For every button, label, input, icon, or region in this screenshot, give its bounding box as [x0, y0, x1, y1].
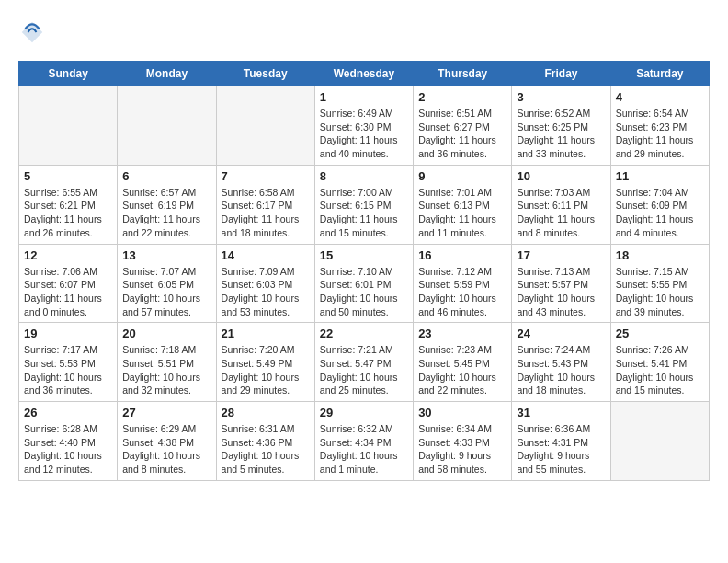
- day-cell: 26Sunrise: 6:28 AM Sunset: 4:40 PM Dayli…: [19, 402, 118, 481]
- day-info: Sunrise: 7:15 AM Sunset: 5:55 PM Dayligh…: [616, 265, 704, 319]
- days-header-row: SundayMondayTuesdayWednesdayThursdayFrid…: [19, 62, 710, 86]
- day-number: 25: [616, 327, 704, 340]
- day-info: Sunrise: 7:01 AM Sunset: 6:13 PM Dayligh…: [418, 186, 506, 240]
- day-info: Sunrise: 7:18 AM Sunset: 5:51 PM Dayligh…: [122, 343, 210, 397]
- day-number: 17: [517, 248, 605, 262]
- day-info: Sunrise: 7:21 AM Sunset: 5:47 PM Dayligh…: [320, 343, 408, 397]
- day-number: 1: [320, 90, 408, 104]
- day-number: 28: [222, 406, 310, 419]
- day-number: 15: [320, 248, 408, 262]
- day-number: 26: [24, 406, 112, 419]
- day-header-wednesday: Wednesday: [314, 62, 413, 86]
- day-cell: [19, 86, 118, 166]
- day-number: 2: [418, 90, 506, 104]
- day-info: Sunrise: 7:06 AM Sunset: 6:07 PM Dayligh…: [24, 265, 112, 319]
- day-cell: 18Sunrise: 7:15 AM Sunset: 5:55 PM Dayli…: [610, 244, 709, 323]
- week-row-2: 5Sunrise: 6:55 AM Sunset: 6:21 PM Daylig…: [19, 165, 710, 244]
- day-cell: 30Sunrise: 6:34 AM Sunset: 4:33 PM Dayli…: [414, 402, 512, 481]
- day-info: Sunrise: 7:20 AM Sunset: 5:49 PM Dayligh…: [222, 343, 310, 397]
- day-number: 30: [418, 406, 506, 419]
- day-cell: [118, 86, 216, 166]
- day-info: Sunrise: 7:04 AM Sunset: 6:09 PM Dayligh…: [616, 186, 704, 240]
- day-cell: 1Sunrise: 6:49 AM Sunset: 6:30 PM Daylig…: [314, 86, 413, 166]
- day-number: 11: [616, 169, 704, 183]
- day-info: Sunrise: 7:17 AM Sunset: 5:53 PM Dayligh…: [24, 343, 112, 397]
- day-info: Sunrise: 6:29 AM Sunset: 4:38 PM Dayligh…: [122, 422, 210, 477]
- day-number: 4: [616, 90, 704, 104]
- day-info: Sunrise: 6:36 AM Sunset: 4:31 PM Dayligh…: [517, 422, 605, 477]
- day-info: Sunrise: 6:55 AM Sunset: 6:21 PM Dayligh…: [24, 186, 112, 240]
- day-number: 7: [222, 169, 310, 183]
- day-number: 23: [418, 327, 506, 340]
- day-info: Sunrise: 7:13 AM Sunset: 5:57 PM Dayligh…: [517, 265, 605, 319]
- day-number: 8: [320, 169, 408, 183]
- day-cell: 13Sunrise: 7:07 AM Sunset: 6:05 PM Dayli…: [118, 244, 216, 323]
- day-cell: 10Sunrise: 7:03 AM Sunset: 6:11 PM Dayli…: [512, 165, 610, 244]
- week-row-5: 26Sunrise: 6:28 AM Sunset: 4:40 PM Dayli…: [19, 402, 710, 481]
- day-info: Sunrise: 6:49 AM Sunset: 6:30 PM Dayligh…: [320, 107, 408, 161]
- day-cell: 5Sunrise: 6:55 AM Sunset: 6:21 PM Daylig…: [19, 165, 118, 244]
- day-cell: 2Sunrise: 6:51 AM Sunset: 6:27 PM Daylig…: [414, 86, 512, 166]
- day-info: Sunrise: 6:54 AM Sunset: 6:23 PM Dayligh…: [616, 107, 704, 161]
- day-cell: 4Sunrise: 6:54 AM Sunset: 6:23 PM Daylig…: [610, 86, 709, 166]
- day-cell: 9Sunrise: 7:01 AM Sunset: 6:13 PM Daylig…: [414, 165, 512, 244]
- day-cell: 12Sunrise: 7:06 AM Sunset: 6:07 PM Dayli…: [19, 244, 118, 323]
- week-row-4: 19Sunrise: 7:17 AM Sunset: 5:53 PM Dayli…: [19, 323, 710, 402]
- week-row-1: 1Sunrise: 6:49 AM Sunset: 6:30 PM Daylig…: [19, 86, 710, 166]
- day-number: 10: [517, 169, 605, 183]
- day-number: 13: [122, 248, 210, 262]
- day-cell: 21Sunrise: 7:20 AM Sunset: 5:49 PM Dayli…: [216, 323, 314, 402]
- day-header-thursday: Thursday: [414, 62, 512, 86]
- day-number: 5: [24, 169, 112, 183]
- day-number: 9: [418, 169, 506, 183]
- day-info: Sunrise: 6:57 AM Sunset: 6:19 PM Dayligh…: [122, 186, 210, 240]
- day-number: 27: [122, 406, 210, 419]
- logo: [18, 18, 50, 46]
- day-cell: 24Sunrise: 7:24 AM Sunset: 5:43 PM Dayli…: [512, 323, 610, 402]
- day-number: 29: [320, 406, 408, 419]
- day-info: Sunrise: 7:00 AM Sunset: 6:15 PM Dayligh…: [320, 186, 408, 240]
- day-info: Sunrise: 6:34 AM Sunset: 4:33 PM Dayligh…: [418, 422, 506, 477]
- day-info: Sunrise: 7:09 AM Sunset: 6:03 PM Dayligh…: [222, 265, 310, 319]
- calendar-table: SundayMondayTuesdayWednesdayThursdayFrid…: [18, 61, 710, 481]
- day-cell: 6Sunrise: 6:57 AM Sunset: 6:19 PM Daylig…: [118, 165, 216, 244]
- day-info: Sunrise: 6:28 AM Sunset: 4:40 PM Dayligh…: [24, 422, 112, 477]
- day-cell: 3Sunrise: 6:52 AM Sunset: 6:25 PM Daylig…: [512, 86, 610, 166]
- day-info: Sunrise: 6:52 AM Sunset: 6:25 PM Dayligh…: [517, 107, 605, 161]
- day-cell: 17Sunrise: 7:13 AM Sunset: 5:57 PM Dayli…: [512, 244, 610, 323]
- day-info: Sunrise: 7:03 AM Sunset: 6:11 PM Dayligh…: [517, 186, 605, 240]
- day-header-saturday: Saturday: [610, 62, 709, 86]
- day-number: 19: [24, 327, 112, 340]
- day-number: 18: [616, 248, 704, 262]
- day-info: Sunrise: 7:12 AM Sunset: 5:59 PM Dayligh…: [418, 265, 506, 319]
- day-number: 21: [222, 327, 310, 340]
- day-info: Sunrise: 7:24 AM Sunset: 5:43 PM Dayligh…: [517, 343, 605, 397]
- day-info: Sunrise: 7:23 AM Sunset: 5:45 PM Dayligh…: [418, 343, 506, 397]
- day-header-sunday: Sunday: [19, 62, 118, 86]
- day-cell: 23Sunrise: 7:23 AM Sunset: 5:45 PM Dayli…: [414, 323, 512, 402]
- day-cell: 27Sunrise: 6:29 AM Sunset: 4:38 PM Dayli…: [118, 402, 216, 481]
- day-number: 6: [122, 169, 210, 183]
- day-header-monday: Monday: [118, 62, 216, 86]
- day-info: Sunrise: 6:32 AM Sunset: 4:34 PM Dayligh…: [320, 422, 408, 477]
- day-cell: 16Sunrise: 7:12 AM Sunset: 5:59 PM Dayli…: [414, 244, 512, 323]
- day-cell: 11Sunrise: 7:04 AM Sunset: 6:09 PM Dayli…: [610, 165, 709, 244]
- day-info: Sunrise: 7:26 AM Sunset: 5:41 PM Dayligh…: [616, 343, 704, 397]
- day-cell: 14Sunrise: 7:09 AM Sunset: 6:03 PM Dayli…: [216, 244, 314, 323]
- day-cell: 15Sunrise: 7:10 AM Sunset: 6:01 PM Dayli…: [314, 244, 413, 323]
- day-number: 31: [517, 406, 605, 419]
- day-info: Sunrise: 6:51 AM Sunset: 6:27 PM Dayligh…: [418, 107, 506, 161]
- day-cell: 20Sunrise: 7:18 AM Sunset: 5:51 PM Dayli…: [118, 323, 216, 402]
- day-header-friday: Friday: [512, 62, 610, 86]
- day-cell: [610, 402, 709, 481]
- day-cell: 19Sunrise: 7:17 AM Sunset: 5:53 PM Dayli…: [19, 323, 118, 402]
- day-cell: 8Sunrise: 7:00 AM Sunset: 6:15 PM Daylig…: [314, 165, 413, 244]
- day-cell: [216, 86, 314, 166]
- week-row-3: 12Sunrise: 7:06 AM Sunset: 6:07 PM Dayli…: [19, 244, 710, 323]
- day-cell: 22Sunrise: 7:21 AM Sunset: 5:47 PM Dayli…: [314, 323, 413, 402]
- day-number: 24: [517, 327, 605, 340]
- page-header: [18, 18, 710, 46]
- logo-icon: [18, 18, 46, 46]
- day-number: 12: [24, 248, 112, 262]
- day-header-tuesday: Tuesday: [216, 62, 314, 86]
